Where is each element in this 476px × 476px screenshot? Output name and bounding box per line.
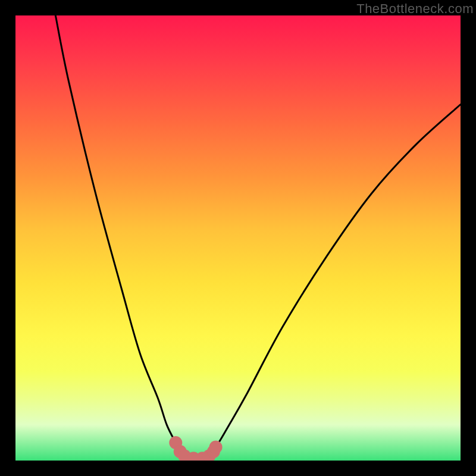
chart-frame: TheBottleneck.com [0, 0, 476, 476]
bottom-marker-dot [209, 441, 223, 454]
chart-plot-area [15, 15, 461, 461]
bottleneck-curve [55, 15, 461, 461]
bottom-marker-group [169, 436, 222, 461]
watermark-text: TheBottleneck.com [356, 1, 474, 17]
